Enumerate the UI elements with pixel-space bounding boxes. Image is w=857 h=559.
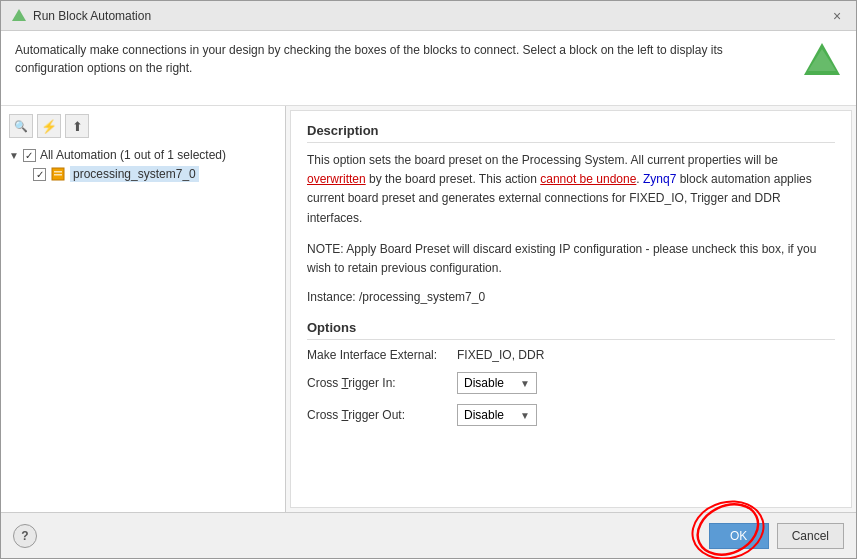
svg-marker-2 [808, 49, 836, 71]
block-icon [50, 166, 66, 182]
description-paragraph1: This option sets the board preset on the… [307, 151, 835, 228]
instance-line: Instance: /processing_system7_0 [307, 290, 835, 304]
cross-trigger-out-value: Disable [464, 408, 504, 422]
cannot-be-undone-highlight: cannot be undone [540, 172, 636, 186]
make-interface-value: FIXED_IO, DDR [457, 348, 544, 362]
description-section-title: Description [307, 123, 835, 143]
expand-arrow[interactable]: ▼ [9, 150, 19, 161]
footer: ? OK Cancel [1, 512, 856, 558]
cross-trigger-out-row: Cross Trigger Out: Disable ▼ [307, 404, 835, 426]
dropdown-arrow-in: ▼ [520, 378, 530, 389]
svg-marker-0 [12, 9, 26, 21]
child-checkbox[interactable] [33, 168, 46, 181]
cross-trigger-out-label: Cross Trigger Out: [307, 408, 447, 422]
title-bar-left: Run Block Automation [11, 8, 151, 24]
dropdown-arrow-out: ▼ [520, 410, 530, 421]
toolbar-row: 🔍 ⚡ ⬆ [9, 114, 277, 138]
tree-child-row: processing_system7_0 [9, 164, 277, 184]
vivado-logo-icon [802, 41, 842, 81]
collapse-button[interactable]: ⬆ [65, 114, 89, 138]
description-paragraph2: NOTE: Apply Board Preset will discard ex… [307, 240, 835, 278]
help-button[interactable]: ? [13, 524, 37, 548]
zynq7-highlight: Zynq7 [643, 172, 676, 186]
tree-area: ▼ All Automation (1 out of 1 selected) [9, 146, 277, 504]
overwritten-highlight: overwritten [307, 172, 366, 186]
options-section-title: Options [307, 320, 835, 340]
footer-buttons: OK Cancel [709, 523, 844, 549]
vivado-title-icon [11, 8, 27, 24]
cross-trigger-out-select[interactable]: Disable ▼ [457, 404, 537, 426]
search-icon: 🔍 [14, 120, 28, 133]
dialog-title: Run Block Automation [33, 9, 151, 23]
right-panel: Description This option sets the board p… [290, 110, 852, 508]
cross-trigger-in-select[interactable]: Disable ▼ [457, 372, 537, 394]
main-content: 🔍 ⚡ ⬆ ▼ All Automation (1 out of 1 selec… [1, 106, 856, 512]
title-bar: Run Block Automation × [1, 1, 856, 31]
filter-button[interactable]: ⚡ [37, 114, 61, 138]
options-section: Options Make Interface External: FIXED_I… [307, 320, 835, 426]
close-button[interactable]: × [828, 7, 846, 25]
parent-checkbox[interactable] [23, 149, 36, 162]
child-label[interactable]: processing_system7_0 [70, 166, 199, 182]
svg-rect-4 [54, 171, 62, 173]
make-interface-label: Make Interface External: [307, 348, 447, 362]
svg-rect-5 [54, 174, 62, 176]
collapse-icon: ⬆ [72, 119, 83, 134]
tree-parent-row: ▼ All Automation (1 out of 1 selected) [9, 146, 277, 164]
left-panel: 🔍 ⚡ ⬆ ▼ All Automation (1 out of 1 selec… [1, 106, 286, 512]
processing-system-highlight: Processing System [522, 153, 625, 167]
search-button[interactable]: 🔍 [9, 114, 33, 138]
cross-trigger-in-row: Cross Trigger In: Disable ▼ [307, 372, 835, 394]
make-interface-row: Make Interface External: FIXED_IO, DDR [307, 348, 835, 362]
parent-label: All Automation (1 out of 1 selected) [40, 148, 226, 162]
cancel-button[interactable]: Cancel [777, 523, 844, 549]
ok-wrapper: OK [709, 523, 769, 549]
cross-trigger-in-label: Cross Trigger In: [307, 376, 447, 390]
dialog: Run Block Automation × Automatically mak… [0, 0, 857, 559]
header-description-text: Automatically make connections in your d… [15, 41, 792, 77]
header-description-area: Automatically make connections in your d… [1, 31, 856, 106]
filter-icon: ⚡ [41, 119, 57, 134]
cross-trigger-in-value: Disable [464, 376, 504, 390]
ok-button[interactable]: OK [709, 523, 769, 549]
